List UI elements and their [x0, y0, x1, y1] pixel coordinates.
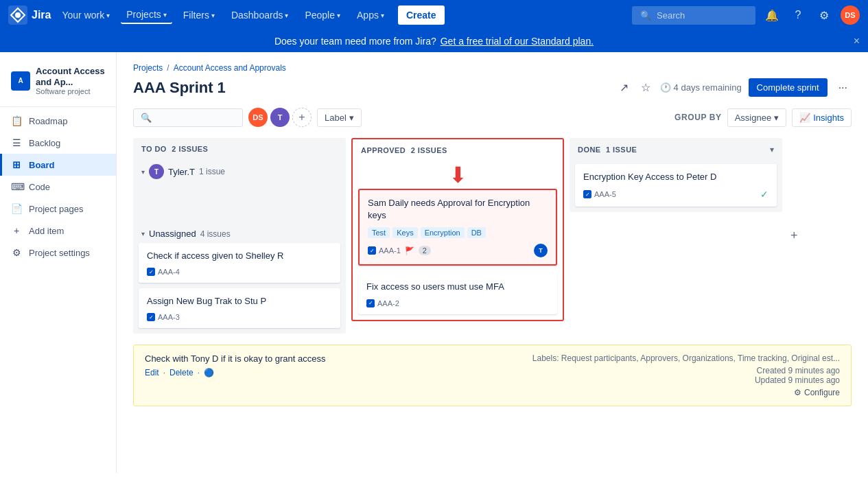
card-aaa4-title: Check if access given to Shelley R: [147, 250, 332, 262]
insights-label: Insights: [813, 113, 844, 123]
clock-icon: 🕐: [660, 82, 671, 93]
avatar-t[interactable]: T: [270, 108, 290, 127]
toolbar-right: GROUP BY Assignee 📈 Insights: [675, 108, 852, 127]
group-tyler[interactable]: T Tyler.T 1 issue: [133, 160, 346, 183]
app-layout: A Account Access and Ap... Software proj…: [0, 52, 868, 473]
sidebar-item-project-pages[interactable]: 📄 Project pages: [0, 198, 116, 220]
assignee-group-select[interactable]: Assignee: [727, 108, 786, 127]
tag-test: Test: [368, 227, 390, 238]
card-aaa1-tags: Test Keys Encryption DB: [368, 227, 548, 238]
sidebar-label-settings: Project settings: [29, 248, 90, 258]
user-avatar[interactable]: DS: [841, 5, 860, 25]
sidebar-item-add-item[interactable]: + Add item: [0, 220, 116, 242]
banner-text: Does your team need more from Jira?: [274, 36, 436, 47]
configure-button[interactable]: ⚙ Configure: [532, 388, 840, 397]
card-aaa4-footer: AAA-4: [147, 268, 332, 276]
updated-time: Updated 9 minutes ago: [532, 375, 840, 385]
insights-button[interactable]: 📈 Insights: [792, 108, 852, 127]
card-aaa3-id-text: AAA-3: [158, 313, 180, 321]
assignee-filter-group: DS T +: [248, 108, 312, 127]
breadcrumb: Projects / Account Access and Approvals: [133, 63, 852, 73]
add-icon: +: [11, 225, 22, 236]
card-aaa3[interactable]: Assign New Bug Trak to Stu P AAA-3: [139, 288, 340, 328]
card-aaa1-footer: AAA-1 🚩 2 T: [368, 244, 548, 257]
sidebar-label-backlog: Backlog: [29, 138, 60, 148]
bottom-panel-labels: Labels: Request participants, Approvers,…: [532, 353, 840, 363]
column-todo: TO DO 2 ISSUES T Tyler.T 1 issue Unassig…: [133, 138, 346, 334]
settings-button[interactable]: ⚙: [814, 5, 834, 25]
card-aaa5-title: Encryption Key Access to Peter D: [583, 171, 769, 183]
upgrade-banner: Does your team need more from Jira? Get …: [0, 30, 868, 52]
add-member-button[interactable]: +: [292, 108, 312, 127]
column-todo-header: TO DO 2 ISSUES: [133, 138, 346, 160]
card-aaa5-id-text: AAA-5: [594, 190, 616, 198]
page-title: AAA Sprint 1: [133, 79, 226, 97]
page-header: AAA Sprint 1 ↗ ☆ 🕐 4 days remaining Comp…: [133, 78, 852, 97]
help-button[interactable]: ?: [788, 5, 808, 25]
nav-people[interactable]: People: [299, 7, 346, 23]
complete-sprint-button[interactable]: Complete sprint: [749, 78, 828, 97]
notifications-button[interactable]: 🔔: [762, 5, 782, 25]
board-search-input[interactable]: 🔍: [133, 108, 243, 127]
create-button[interactable]: Create: [398, 5, 445, 25]
card-aaa4-id: AAA-4: [147, 268, 180, 276]
annotation-arrow: ⬇: [353, 161, 563, 189]
label-filter-button[interactable]: Label: [317, 108, 362, 127]
card-aaa1-id: AAA-1: [368, 246, 401, 255]
card-aaa3-footer: AAA-3: [147, 313, 332, 321]
card-aaa4-id-text: AAA-4: [158, 268, 180, 276]
more-options-button[interactable]: ···: [834, 79, 852, 97]
column-approved-header: APPROVED 2 ISSUES: [353, 139, 563, 161]
project-type: Software project: [36, 87, 105, 95]
nav-filters[interactable]: Filters: [178, 7, 220, 23]
sidebar-item-roadmap[interactable]: 📋 Roadmap: [0, 110, 116, 132]
unassigned-group-todo[interactable]: Unassigned 4 issues: [133, 224, 346, 243]
nav-logo[interactable]: Jira: [8, 5, 51, 25]
card-aaa1-story-points: 2: [419, 246, 431, 255]
column-done: DONE 1 ISSUE Encryption Key Access to Pe…: [570, 138, 782, 212]
todo-unassigned-cards: Check if access given to Shelley R AAA-4…: [133, 243, 346, 334]
card-aaa1-checkbox: [368, 246, 376, 255]
project-name: Account Access and Ap...: [36, 66, 105, 87]
edit-link[interactable]: Edit: [145, 368, 159, 377]
delete-link[interactable]: Delete: [169, 368, 193, 377]
project-info: Account Access and Ap... Software projec…: [36, 66, 105, 95]
star-icon[interactable]: ☆: [638, 78, 653, 97]
banner-link[interactable]: Get a free trial of our Standard plan.: [441, 36, 594, 47]
days-remaining: 4 days remaining: [674, 82, 742, 93]
sidebar-project[interactable]: A Account Access and Ap... Software proj…: [0, 58, 116, 104]
nav-projects[interactable]: Projects: [121, 6, 172, 24]
tag-db: DB: [467, 227, 486, 238]
card-aaa2-checkbox: [366, 299, 375, 307]
avatar-ds[interactable]: DS: [248, 108, 268, 127]
card-aaa3-title: Assign New Bug Trak to Stu P: [147, 295, 332, 307]
breadcrumb-projects[interactable]: Projects: [133, 63, 163, 73]
column-done-toggle[interactable]: [770, 145, 774, 154]
board-columns: TO DO 2 ISSUES T Tyler.T 1 issue Unassig…: [133, 138, 852, 334]
breadcrumb-project-name[interactable]: Account Access and Approvals: [174, 63, 286, 73]
card-aaa2-footer: AAA-2: [366, 299, 549, 307]
add-column-button[interactable]: +: [788, 226, 801, 246]
nav-dashboards[interactable]: Dashboards: [226, 7, 294, 23]
card-aaa5[interactable]: Encryption Key Access to Peter D AAA-5 ✓: [575, 164, 777, 207]
nav-apps[interactable]: Apps: [351, 7, 390, 23]
sidebar-item-backlog[interactable]: ☰ Backlog: [0, 132, 116, 154]
banner-close-button[interactable]: ×: [854, 35, 860, 47]
search-box[interactable]: 🔍 Search: [632, 6, 755, 25]
card-aaa1-id-text: AAA-1: [379, 246, 401, 255]
sidebar-item-board[interactable]: ⊞ Board: [0, 154, 116, 176]
card-aaa5-checkbox: [583, 190, 591, 198]
card-aaa2[interactable]: Fix access so users must use MFA AAA-2: [358, 274, 557, 314]
nav-right-section: 🔍 Search 🔔 ? ⚙ DS: [632, 5, 860, 25]
column-approved-title: APPROVED 2 ISSUES: [361, 146, 447, 154]
bottom-panel-text: Check with Tony D if it is okay to grant…: [145, 353, 325, 364]
card-aaa1-assignee: T: [534, 244, 548, 257]
share-icon[interactable]: ↗: [617, 78, 631, 97]
card-aaa1[interactable]: Sam Daily needs Approval for Encryption …: [358, 189, 557, 266]
group-tyler-count: 1 issue: [199, 167, 225, 176]
panel-icon: 🔵: [204, 368, 214, 377]
sidebar-item-settings[interactable]: ⚙ Project settings: [0, 242, 116, 264]
card-aaa4[interactable]: Check if access given to Shelley R AAA-4: [139, 243, 340, 283]
sidebar-item-code[interactable]: ⌨ Code: [0, 176, 116, 198]
nav-your-work[interactable]: Your work: [56, 7, 115, 23]
